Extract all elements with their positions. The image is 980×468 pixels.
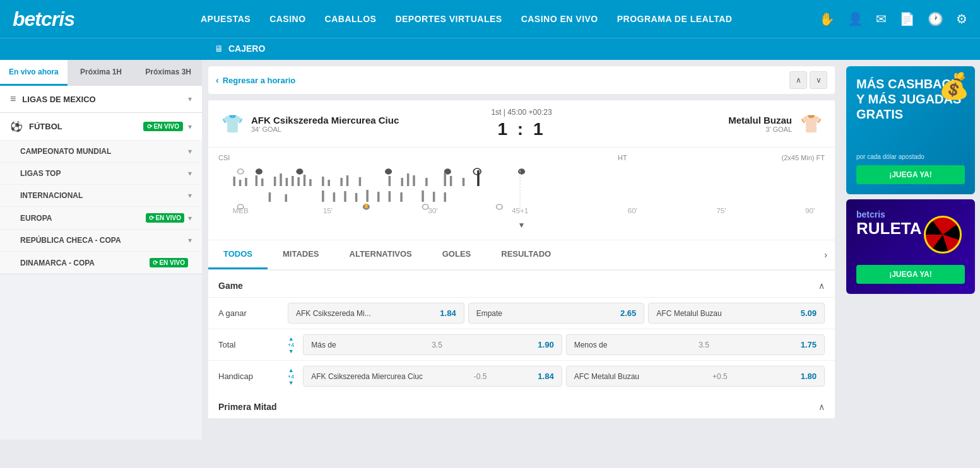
mail-icon[interactable]: ✉ [876, 11, 887, 26]
header-bottom: 🖥 CAJERO [0, 38, 980, 60]
nav-arrow-up[interactable]: ∧ [789, 71, 807, 89]
game-section-header[interactable]: Game ∧ [208, 274, 835, 298]
svg-rect-21 [340, 178, 343, 186]
svg-rect-20 [328, 180, 330, 186]
cajero-label[interactable]: CAJERO [228, 44, 265, 54]
team-home-goal: 34' GOAL [251, 126, 399, 133]
nav-casino[interactable]: CASINO [269, 14, 305, 24]
promo-ruleta-card[interactable]: betcris RULETA ¡JUEGA YA! [846, 199, 975, 294]
dinamarca-copa-label: DINAMARCA - COPA [20, 259, 150, 267]
nav-deportes-virtuales[interactable]: DEPORTES VIRTUALES [395, 14, 502, 24]
match-header: 👕 AFK Csikszereda Miercurea Ciuc 34' GOA… [208, 100, 835, 148]
odds-btn-empate[interactable]: Empate 2.65 [468, 303, 645, 324]
ligas-mexico-label: LIGAS DE MEXICO [22, 95, 188, 104]
nav-apuestas[interactable]: APUESTAS [201, 14, 251, 24]
sidebar-item-republica-checa[interactable]: REPÚBLICA CHECA - COPA ▾ [0, 229, 202, 251]
odds-btn-mas-de[interactable]: Más de 3.5 1.90 [303, 334, 562, 355]
odds-buttons-a-ganar: AFK Csikszereda Mi... 1.84 Empate 2.65 A… [288, 303, 825, 324]
sidebar-item-campeonato-mundial[interactable]: CAMPEONATO MUNDIAL ▾ [0, 140, 202, 162]
internacional-label: INTERNACIONAL [20, 191, 188, 200]
tab-goles[interactable]: GOLES [427, 240, 487, 269]
svg-rect-11 [261, 178, 264, 186]
svg-rect-26 [407, 173, 410, 186]
game-section: Game ∧ A ganar AFK Csikszereda Mi... 1.8… [208, 274, 835, 392]
nav-caballos[interactable]: CABALLOS [325, 14, 377, 24]
logo[interactable]: betcris [13, 8, 74, 31]
game-section-title: Game [218, 281, 243, 291]
odds-away-label: AFC Metalul Buzau [656, 309, 721, 318]
arrow-up-icon: ▲ [288, 336, 294, 342]
handicap-arrows[interactable]: ▲ +4 ▼ [288, 367, 294, 386]
sidebar-futbol-header[interactable]: ⚽ FÚTBOL ⟳ EN VIVO ▾ [0, 113, 202, 140]
europa-en-vivo-badge: ⟳ EN VIVO [146, 213, 184, 223]
sidebar-ligas-mexico-header[interactable]: ≡ LIGAS DE MEXICO ▾ [0, 86, 202, 112]
person-icon[interactable]: 👤 [847, 11, 863, 26]
sidebar-item-internacional[interactable]: INTERNACIONAL ▾ [0, 184, 202, 206]
betting-tabs-next[interactable]: › [817, 240, 835, 269]
tab-resultado[interactable]: RESULTADO [486, 240, 566, 269]
svg-text:30': 30' [428, 208, 437, 214]
svg-rect-28 [425, 178, 428, 186]
svg-rect-14 [286, 178, 288, 186]
promo-ruleta-btn[interactable]: ¡JUEGA YA! [856, 265, 965, 284]
odds-btn-home-win[interactable]: AFK Csikszereda Mi... 1.84 [288, 303, 464, 324]
total-arrows[interactable]: ▲ +4 ▼ [288, 336, 294, 354]
svg-rect-39 [285, 194, 287, 202]
svg-rect-46 [389, 191, 391, 202]
odds-menos-de-num: 3.5 [699, 341, 709, 349]
back-button[interactable]: ‹ Regresar a horario [216, 75, 295, 85]
tab-todos[interactable]: TODOS [208, 240, 268, 269]
document-icon[interactable]: 📄 [899, 11, 915, 26]
layers-icon: ≡ [10, 93, 16, 105]
content-area: ‹ Regresar a horario ∧ ∨ 👕 AFK Csikszere… [202, 60, 841, 440]
odds-btn-away-win[interactable]: AFC Metalul Buzau 5.09 [648, 303, 825, 324]
odds-btn-handicap-home[interactable]: AFK Csikszereda Miercurea Ciuc -0.5 1.84 [303, 366, 562, 387]
primera-mitad-header[interactable]: Primera Mitad ∧ [208, 395, 835, 419]
odds-empate-label: Empate [476, 309, 502, 318]
nav-casino-en-vivo[interactable]: CASINO EN VIVO [521, 14, 598, 24]
hand-icon[interactable]: ✋ [819, 11, 835, 26]
svg-rect-50 [444, 192, 446, 202]
tab-mitades[interactable]: MITADES [268, 240, 334, 269]
svg-rect-49 [433, 192, 435, 202]
promo-cashback-sub: por cada dólar apostado [856, 153, 965, 160]
odds-buttons-total: Más de 3.5 1.90 Menos de 3.5 1.75 [303, 334, 825, 355]
tab-proximas-3h[interactable]: Próximas 3H [134, 60, 202, 86]
svg-rect-7 [233, 177, 235, 186]
team-home-name: AFK Csikszereda Miercurea Ciuc [251, 115, 399, 126]
settings-icon[interactable]: ⚙ [956, 11, 967, 26]
promo-cashback-btn[interactable]: ¡JUEGA YA! [856, 165, 965, 184]
svg-rect-43 [355, 193, 358, 202]
sidebar-section-ligas-mexico: ≡ LIGAS DE MEXICO ▾ [0, 86, 202, 113]
tab-alternativos[interactable]: ALTERNATIVOS [334, 240, 427, 269]
odds-btn-handicap-away[interactable]: AFC Metalul Buzau +0.5 1.80 [566, 366, 825, 387]
tab-en-vivo-ahora[interactable]: En vivo ahora [0, 60, 68, 86]
match-clock: 45:00 [507, 108, 526, 117]
nav-programa-de-lealtad[interactable]: PROGRAMA DE LEALTAD [617, 14, 733, 24]
match-extra: +00:23 [529, 108, 552, 117]
odds-label-a-ganar: A ganar [218, 308, 281, 318]
arrow-down-icon: ▼ [288, 348, 294, 354]
svg-rect-23 [359, 177, 362, 186]
nav-arrow-down[interactable]: ∨ [810, 71, 827, 89]
odds-btn-menos-de[interactable]: Menos de 3.5 1.75 [566, 334, 825, 355]
odds-home-label: AFK Csikszereda Mi... [296, 309, 371, 318]
match-score-center: 1st | 45:00 +00:23 1 : 1 [471, 108, 572, 139]
futbol-en-vivo-badge: ⟳ EN VIVO [143, 122, 183, 131]
svg-rect-38 [269, 192, 271, 202]
futbol-chevron: ▾ [188, 122, 192, 131]
nav-arrows: ∧ ∨ [789, 71, 827, 89]
svg-rect-18 [309, 179, 312, 186]
sidebar-item-europa[interactable]: EUROPA ⟳ EN VIVO ▾ [0, 206, 202, 229]
sidebar-item-dinamarca-copa[interactable]: DINAMARCA - COPA ⟳ EN VIVO [0, 251, 202, 274]
republica-checa-chevron: ▾ [188, 236, 192, 245]
chart-expand-button[interactable]: ▼ [218, 217, 825, 233]
handicap-home-value: 1.84 [538, 371, 553, 381]
promo-cashback-content: MÁS CASHBACK Y MÁS JUGADAS GRATIS 💰 por … [846, 66, 975, 194]
sidebar-item-ligas-top[interactable]: LIGAS TOP ▾ [0, 162, 202, 184]
tab-proxima-1h[interactable]: Próxima 1H [68, 60, 135, 86]
team-home-shirt: 👕 [221, 112, 244, 135]
promo-cashback-card[interactable]: MÁS CASHBACK Y MÁS JUGADAS GRATIS 💰 por … [846, 66, 975, 194]
clock-icon[interactable]: 🕐 [928, 11, 943, 26]
back-chevron-icon: ‹ [216, 75, 219, 85]
